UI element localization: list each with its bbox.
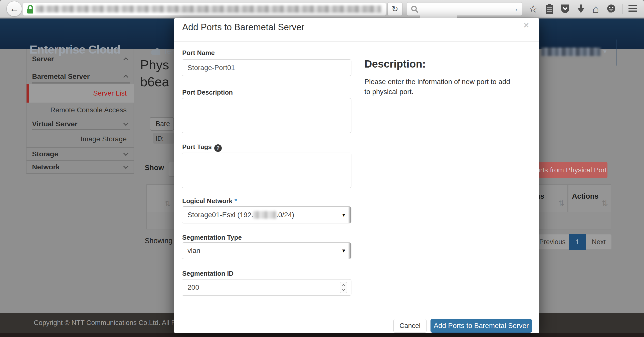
sidebar-item-remote-console-access[interactable]: Remote Console Access xyxy=(27,103,134,118)
sidebar-item-storage[interactable]: Storage xyxy=(27,148,134,161)
sidebar-label-active: Server List xyxy=(93,89,127,97)
select-caret-icon: ▼ xyxy=(341,248,346,254)
user-caret-icon: ▼ xyxy=(602,49,608,55)
sidebar-label: Image Storage xyxy=(81,135,127,143)
logical-network-select[interactable]: Storage01-Esxi (192..0/24) ▼ xyxy=(182,206,351,223)
tab-baremetal[interactable]: Bare xyxy=(150,117,174,131)
port-tags-textarea[interactable] xyxy=(182,153,351,188)
browser-toolbar: ← ↻ → ☆ xyxy=(0,0,644,18)
modal-title: Add Ports to Baremetal Server xyxy=(182,22,304,33)
select-edge-shadow xyxy=(348,207,351,223)
sidebar-item-network[interactable]: Network xyxy=(27,161,134,174)
number-value: 200 xyxy=(187,283,199,291)
screen: ← ↻ → ☆ xyxy=(0,0,644,337)
header-divider xyxy=(616,40,616,66)
select-caret-icon: ▼ xyxy=(341,212,346,218)
table-header-actions[interactable]: Actions ⇅ xyxy=(568,184,611,212)
add-ports-submit-button[interactable]: Add Ports to Baremetal Server xyxy=(431,319,532,333)
table-header-cell[interactable]: ⇅ xyxy=(147,185,174,212)
pagination-previous[interactable]: Previous xyxy=(536,234,569,250)
sidebar-label: Baremetal Server xyxy=(32,73,90,81)
sidebar-label: Remote Console Access xyxy=(50,106,127,114)
description-body: Please enter the information of new port… xyxy=(364,77,517,97)
close-icon[interactable]: × xyxy=(524,20,529,31)
sidebar-item-server-list[interactable]: Server List xyxy=(27,84,134,103)
section-underline xyxy=(32,82,130,84)
ip-redacted xyxy=(253,211,276,219)
chevron-down-icon xyxy=(123,151,128,156)
search-input[interactable]: → xyxy=(407,2,522,16)
description-heading: Description: xyxy=(364,58,426,70)
chevron-up-icon xyxy=(123,75,128,80)
required-asterisk: * xyxy=(235,197,237,205)
segmentation-type-select[interactable]: vlan ▼ xyxy=(182,242,351,259)
chevron-up-icon xyxy=(123,57,128,62)
page-title: Phys b6ea xyxy=(140,56,174,91)
sidebar-nav: Server Baremetal Server Server List Remo… xyxy=(26,49,133,174)
column-label: Actions xyxy=(572,192,598,200)
sort-icon[interactable]: ⇅ xyxy=(165,199,171,208)
sidebar-item-image-storage[interactable]: Image Storage xyxy=(27,131,134,148)
bookmark-star-icon[interactable]: ☆ xyxy=(527,4,539,15)
segmentation-id-input[interactable]: 200 xyxy=(182,279,351,296)
select-edge-shadow xyxy=(348,243,351,259)
sort-icon[interactable]: ⇅ xyxy=(558,199,564,208)
window-bottom-edge xyxy=(0,333,644,337)
cancel-button[interactable]: Cancel xyxy=(393,319,426,333)
back-button[interactable]: ← xyxy=(7,1,22,17)
reading-list-icon[interactable] xyxy=(545,4,554,15)
number-stepper[interactable] xyxy=(340,282,347,293)
sidebar-label: Storage xyxy=(32,150,58,158)
sidebar-item-baremetal-server[interactable]: Baremetal Server xyxy=(27,69,134,84)
help-icon[interactable]: ? xyxy=(214,144,222,152)
selected-value: Storage01-Esxi (192..0/24) xyxy=(187,211,294,219)
chat-icon[interactable] xyxy=(606,4,616,14)
modal-footer-divider xyxy=(174,312,539,312)
toolbar-separator xyxy=(541,4,541,14)
delete-ports-button[interactable]: orts from Physical Port xyxy=(536,162,607,178)
search-icon xyxy=(411,6,418,13)
tab-label: Bare xyxy=(156,120,170,128)
add-ports-modal: Add Ports to Baremetal Server × Port Nam… xyxy=(174,18,539,333)
segmentation-id-label: Segmentation ID xyxy=(182,270,234,277)
sidebar-label: Virtual Server xyxy=(32,120,78,128)
logical-network-label: Logical Network* xyxy=(182,197,237,205)
menu-icon[interactable] xyxy=(627,4,638,15)
cloud-icon xyxy=(150,48,162,56)
port-name-input[interactable] xyxy=(182,59,351,76)
tenant-label: Ten xyxy=(163,47,174,56)
url-text-redacted xyxy=(36,6,381,13)
lock-icon xyxy=(27,5,34,14)
active-item-marker xyxy=(27,84,29,103)
pagination-next[interactable]: Next xyxy=(586,234,612,250)
chevron-down-icon xyxy=(123,121,128,126)
toolbar-separator xyxy=(622,4,622,14)
copyright-text: Copyright © NTT Communications Co.Ltd. A… xyxy=(34,319,174,329)
port-description-label: Port Description xyxy=(182,89,233,96)
modal-header-divider xyxy=(174,41,539,42)
pocket-icon[interactable] xyxy=(561,4,570,14)
sidebar-label: Network xyxy=(32,163,60,171)
reload-button[interactable]: ↻ xyxy=(387,2,402,16)
port-name-label: Port Name xyxy=(182,49,215,57)
home-icon[interactable]: ⌂ xyxy=(590,4,602,15)
port-tags-label: Port Tags? xyxy=(182,143,222,152)
showing-entries-text: Showing 0 xyxy=(145,237,174,247)
segmentation-type-label: Segmentation Type xyxy=(182,234,242,241)
section-underline xyxy=(32,129,130,130)
show-entries-select[interactable] xyxy=(168,162,174,177)
sort-icon[interactable]: ⇅ xyxy=(602,199,608,208)
user-menu-redacted[interactable] xyxy=(541,48,601,56)
pagination-page-1[interactable]: 1 xyxy=(569,234,586,250)
ports-table-left: ⇅ xyxy=(146,184,174,229)
search-go-icon[interactable]: → xyxy=(511,4,519,13)
sidebar-label: Server xyxy=(32,55,54,63)
port-description-textarea[interactable] xyxy=(182,98,351,133)
sidebar-item-server[interactable]: Server xyxy=(27,49,134,69)
chevron-down-icon xyxy=(123,164,128,169)
sidebar-item-virtual-server[interactable]: Virtual Server xyxy=(27,118,134,131)
show-entries-label: Show xyxy=(145,164,164,172)
server-id-badge: ID: f26 xyxy=(153,133,174,144)
download-icon[interactable] xyxy=(577,4,585,15)
url-bar[interactable] xyxy=(23,2,386,16)
